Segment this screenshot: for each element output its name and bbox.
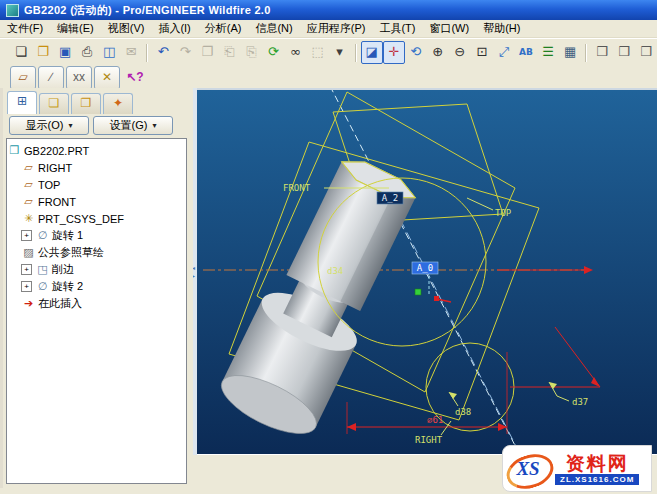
menu-item-5[interactable]: 信息(N) xyxy=(248,20,299,37)
right-plane-label[interactable]: RIGHT xyxy=(415,435,443,445)
tree-item-label[interactable]: FRONT xyxy=(36,196,76,208)
tree-item-label[interactable]: 旋转 1 xyxy=(50,228,83,243)
paste-icon: ⎗ xyxy=(218,41,240,64)
reorient-icon[interactable]: ⤢ xyxy=(493,41,515,64)
menu-item-0[interactable]: 文件(F) xyxy=(0,20,50,37)
folder-browser-tab[interactable]: ❐ xyxy=(71,93,101,114)
regenerate-icon[interactable]: ⟳ xyxy=(262,41,284,64)
dimension-d34-label[interactable]: d34 xyxy=(327,266,343,276)
menu-item-1[interactable]: 编辑(E) xyxy=(50,20,101,37)
tree-item-label[interactable]: 削边 xyxy=(50,262,74,277)
model-tree-toolbar[interactable]: 显示(O) ▾ 设置(G) ▾ xyxy=(3,114,193,138)
tree-row[interactable]: +◳削边 xyxy=(7,261,186,278)
front-plane-label[interactable]: FRONT xyxy=(283,183,311,193)
tree-item-label[interactable]: 在此插入 xyxy=(36,296,82,311)
datum-toolbar[interactable]: ▱∕xx✕↖? xyxy=(0,66,657,90)
tree-expander-icon[interactable]: + xyxy=(21,264,32,275)
tree-expander-icon[interactable]: + xyxy=(21,230,32,241)
print-icon[interactable]: ⎙ xyxy=(76,41,98,64)
redo-icon: ↷ xyxy=(174,41,196,64)
datum-csys-tool-icon[interactable]: ✕ xyxy=(94,66,120,90)
tree-item-label[interactable]: TOP xyxy=(36,179,60,191)
save-icon[interactable]: ▣ xyxy=(54,41,76,64)
tree-expander-icon[interactable]: + xyxy=(21,281,32,292)
menu-item-7[interactable]: 工具(T) xyxy=(372,20,422,37)
layers-icon[interactable]: ☰ xyxy=(537,41,559,64)
context-help-icon[interactable]: ↖? xyxy=(122,66,148,90)
tree-item-label[interactable]: 旋转 2 xyxy=(50,279,83,294)
view-manager-icon[interactable]: ▦ xyxy=(559,41,581,64)
cad-canvas[interactable]: ∅61 d34 d38 d37 FRONT TOP RIGHT A_2 A_0 xyxy=(197,90,657,455)
menu-item-2[interactable]: 视图(V) xyxy=(101,20,152,37)
axis-a0-label[interactable]: A_0 xyxy=(417,263,433,273)
tree-row[interactable]: ❒GB2202.PRT xyxy=(7,142,186,159)
top-plane-label[interactable]: TOP xyxy=(495,208,512,218)
watermark-site-name: 资料网 xyxy=(566,453,629,474)
watermark-site-url: ZL.XS1616.COM xyxy=(555,474,639,485)
datum-plane-icon: ▱ xyxy=(21,195,36,208)
tree-item-label[interactable]: RIGHT xyxy=(36,162,72,174)
open-folder-icon[interactable]: ❐ xyxy=(32,41,54,64)
menu-item-6[interactable]: 应用程序(P) xyxy=(300,20,373,37)
toolbar-separator xyxy=(355,44,357,62)
find-icon[interactable]: ∞ xyxy=(285,41,307,64)
undo-icon[interactable]: ↶ xyxy=(152,41,174,64)
hidden-line-display-icon[interactable]: ❒ xyxy=(613,41,635,64)
datum-point-tool-icon[interactable]: xx xyxy=(66,66,92,90)
menu-item-3[interactable]: 插入(I) xyxy=(151,20,197,37)
model-tree-tab[interactable]: ⊞ xyxy=(7,91,37,114)
settings-dropdown-button[interactable]: 设置(G) ▾ xyxy=(93,116,173,135)
axis-a2-label[interactable]: A_2 xyxy=(382,193,398,203)
datum-plane-tool-icon[interactable]: ▱ xyxy=(10,66,36,90)
title-bar[interactable]: GB2202 (活动的) - Pro/ENGINEER Wildfire 2.0 xyxy=(0,0,657,20)
orient-mode-icon[interactable]: ⟲ xyxy=(405,41,427,64)
part-icon: ❒ xyxy=(7,144,22,157)
navigator-panel: ⊞❏❐✦ 显示(O) ▾ 设置(G) ▾ ❒GB2202.PRT▱RIGHT▱T… xyxy=(0,88,193,488)
datum-display-toggle-icon[interactable]: ◪ xyxy=(361,41,383,64)
menu-item-4[interactable]: 分析(A) xyxy=(198,20,249,37)
menu-item-8[interactable]: 窗口(W) xyxy=(422,20,476,37)
tree-row[interactable]: ▱FRONT xyxy=(7,193,186,210)
menu-item-9[interactable]: 帮助(H) xyxy=(476,20,527,37)
tree-item-label[interactable]: 公共参照草绘 xyxy=(36,245,104,260)
refit-icon[interactable]: ⊡ xyxy=(471,41,493,64)
dimension-dia-label[interactable]: ∅61 xyxy=(427,415,443,425)
show-dropdown-button[interactable]: 显示(O) ▾ xyxy=(9,116,89,135)
navigator-tabs[interactable]: ⊞❏❐✦ xyxy=(3,88,193,114)
dimension-d37-label[interactable]: d37 xyxy=(572,397,588,407)
datum-plane-icon: ▱ xyxy=(21,161,36,174)
sketch-feature-icon: ▨ xyxy=(21,246,36,259)
tree-row[interactable]: ▨公共参照草绘 xyxy=(7,244,186,261)
model-tree[interactable]: ❒GB2202.PRT▱RIGHT▱TOP▱FRONT✳PRT_CSYS_DEF… xyxy=(6,138,187,484)
tree-row[interactable]: ▱RIGHT xyxy=(7,159,186,176)
layer-tree-tab[interactable]: ❏ xyxy=(39,93,69,114)
saved-views-icon[interactable]: AB xyxy=(515,41,537,64)
app-icon xyxy=(6,4,19,17)
dropdown-arrow-icon: ▾ xyxy=(68,121,72,130)
tree-row[interactable]: +∅旋转 1 xyxy=(7,227,186,244)
shaded-display-icon[interactable]: ❒ xyxy=(635,41,657,64)
selection-handle-green[interactable] xyxy=(415,289,421,295)
new-file-icon[interactable]: ❏ xyxy=(10,41,32,64)
wireframe-display-icon[interactable]: ❒ xyxy=(591,41,613,64)
main-toolbar[interactable]: ❏❐▣⎙◫✉↶↷❐⎗⎘⟳∞⬚▾◪✛⟲⊕⊖⊡⤢AB☰▦❒❒❒ xyxy=(0,38,657,66)
datum-axis-tool-icon[interactable]: ∕ xyxy=(38,66,64,90)
select-dropdown-icon[interactable]: ▾ xyxy=(329,41,351,64)
spin-center-icon[interactable]: ✛ xyxy=(383,41,405,64)
tree-row[interactable]: ➔在此插入 xyxy=(7,295,186,312)
graphics-area[interactable]: ∅61 d34 d38 d37 FRONT TOP RIGHT A_2 A_0 xyxy=(197,88,657,455)
tree-row[interactable]: +∅旋转 2 xyxy=(7,278,186,295)
menu-bar[interactable]: 文件(F)编辑(E)视图(V)插入(I)分析(A)信息(N)应用程序(P)工具(… xyxy=(0,20,657,38)
zoom-in-icon[interactable]: ⊕ xyxy=(427,41,449,64)
revolve-feature-icon: ∅ xyxy=(35,229,50,242)
selection-handle-red[interactable] xyxy=(434,296,439,301)
connections-tab[interactable]: ✦ xyxy=(103,93,133,114)
tree-item-label[interactable]: PRT_CSYS_DEF xyxy=(36,213,124,225)
toolbar-separator xyxy=(146,44,148,62)
zoom-out-icon[interactable]: ⊖ xyxy=(449,41,471,64)
tree-row[interactable]: ✳PRT_CSYS_DEF xyxy=(7,210,186,227)
tree-row[interactable]: ▱TOP xyxy=(7,176,186,193)
save-a-copy-icon[interactable]: ◫ xyxy=(98,41,120,64)
dimension-d38-label[interactable]: d38 xyxy=(455,407,471,417)
tree-item-label[interactable]: GB2202.PRT xyxy=(22,145,89,157)
